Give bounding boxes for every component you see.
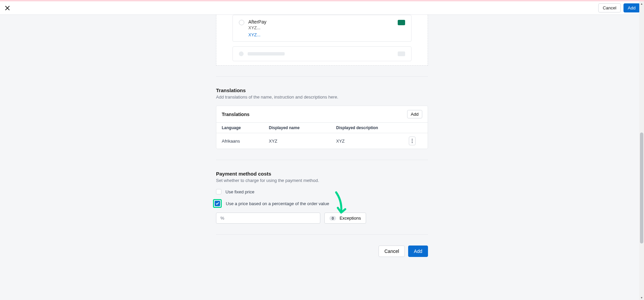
translations-panel-title: Translations <box>222 112 249 117</box>
row-actions-button[interactable] <box>409 137 416 145</box>
footer-cancel-button[interactable]: Cancel <box>379 246 405 257</box>
preview-subtitle: XYZ... <box>248 25 394 30</box>
svg-point-3 <box>412 141 413 142</box>
scroll-up-icon[interactable]: ▲ <box>639 1 644 6</box>
exceptions-label: Exceptions <box>339 216 361 221</box>
divider <box>216 234 428 235</box>
translations-table-header: Language Displayed name Displayed descri… <box>216 123 428 133</box>
svg-point-2 <box>412 139 413 140</box>
payment-badge-icon <box>398 20 405 25</box>
preview-skeleton <box>232 46 412 61</box>
percent-icon: % <box>220 216 224 221</box>
divider <box>216 76 428 77</box>
modal-header: Cancel Add <box>0 1 644 15</box>
fixed-price-label: Use fixed price <box>225 189 254 194</box>
col-displayed-desc: Displayed description <box>336 125 409 130</box>
payment-costs-title: Payment method costs <box>216 171 428 177</box>
preview-link[interactable]: XYZ... <box>248 32 394 37</box>
svg-point-4 <box>412 142 413 143</box>
col-displayed-name: Displayed name <box>269 125 336 130</box>
percent-input[interactable]: % <box>216 213 320 224</box>
exceptions-count-badge: 0 <box>329 216 336 221</box>
fixed-price-checkbox[interactable] <box>216 189 221 194</box>
divider <box>216 160 428 160</box>
scrollbar-thumb[interactable] <box>640 133 643 243</box>
skeleton-radio-icon <box>239 51 244 56</box>
table-row: Afrikaans XYZ XYZ <box>216 133 428 149</box>
header-cancel-button[interactable]: Cancel <box>598 3 620 12</box>
translations-section: Translations Add translations of the nam… <box>216 87 428 149</box>
highlight-box <box>213 199 222 208</box>
col-language: Language <box>222 125 269 130</box>
translations-title: Translations <box>216 87 428 93</box>
translations-panel: Translations Add Language Displayed name… <box>216 106 428 149</box>
cell-language: Afrikaans <box>222 139 269 144</box>
header-actions: Cancel Add <box>598 3 640 12</box>
footer-add-button[interactable]: Add <box>408 246 428 257</box>
payment-costs-desc: Set whether to charge for using the paym… <box>216 178 428 183</box>
skeleton-badge <box>398 51 405 56</box>
cell-desc: XYZ <box>336 139 409 144</box>
check-icon <box>216 202 219 205</box>
cell-name: XYZ <box>269 139 336 144</box>
payment-costs-section: Payment method costs Set whether to char… <box>216 171 428 224</box>
scrollbar[interactable]: ▲ ▼ <box>639 1 644 270</box>
percentage-label: Use a price based on a percentage of the… <box>226 201 329 206</box>
percentage-checkbox[interactable] <box>215 201 220 206</box>
main-content: AfterPay XYZ... XYZ... Translations Add … <box>216 15 428 257</box>
percent-row: % 0 Exceptions <box>216 213 428 224</box>
preview-card: AfterPay XYZ... XYZ... <box>232 15 412 42</box>
kebab-icon <box>412 139 413 143</box>
translations-panel-header: Translations Add <box>216 106 428 123</box>
skeleton-bar <box>248 52 285 55</box>
translations-desc: Add translations of the name, instructio… <box>216 95 428 100</box>
header-add-button[interactable]: Add <box>623 3 640 12</box>
add-translation-button[interactable]: Add <box>407 110 422 118</box>
radio-unchecked-icon[interactable] <box>239 20 244 25</box>
exceptions-button[interactable]: 0 Exceptions <box>324 213 366 224</box>
close-button[interactable] <box>4 5 11 11</box>
preview-panel: AfterPay XYZ... XYZ... <box>216 15 428 66</box>
close-icon <box>5 5 10 11</box>
percentage-row: Use a price based on a percentage of the… <box>213 199 428 208</box>
preview-title: AfterPay <box>248 19 394 25</box>
footer-actions: Cancel Add <box>216 246 428 257</box>
fixed-price-row: Use fixed price <box>216 189 428 194</box>
